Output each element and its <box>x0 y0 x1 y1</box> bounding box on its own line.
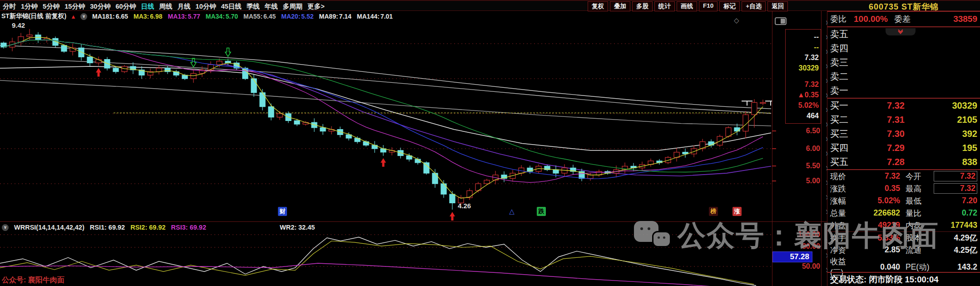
toolbar-button[interactable]: F10 <box>699 1 718 11</box>
toolbar-button[interactable]: 返回 <box>767 1 788 11</box>
ma-value: MA55:6.45 <box>243 13 276 20</box>
toolbar-button[interactable]: 叠加 <box>610 1 630 11</box>
svg-text:4.26: 4.26 <box>458 202 471 210</box>
ma-value: MA34:5.70 <box>205 13 238 20</box>
indicator-axis-label: 80.00 <box>787 242 820 251</box>
mini-quote-value: 464 <box>786 110 821 121</box>
period-tab[interactable]: 60分钟 <box>115 2 136 11</box>
main-chart-header: ST新华锦(日线 前复权) ▲ ∨ MA181:6.65MA3:6.98MA13… <box>0 11 772 21</box>
stat-row: 净资2.85 流通4.25亿 <box>827 244 980 256</box>
price-axis-label: 6.50 <box>787 127 820 135</box>
stat-row: 总量226682 量比0.72 <box>827 207 980 219</box>
stat-row: 涨跌0.35 最高7.32 <box>827 182 980 195</box>
mini-quote-value: -- <box>786 31 821 42</box>
sell-order-row[interactable]: 卖二 <box>827 70 980 84</box>
buy-orders: 买一7.3230329 买二7.312105 买三7.30392 买四7.291… <box>827 99 980 169</box>
diamond-icon[interactable]: ◇ <box>734 16 739 25</box>
indicator-header: ∨ WRRSI(14,14,14,42,42) RSI1: 69.92RSI2:… <box>0 222 772 232</box>
indicator-value: RSI2: 69.92 <box>130 224 165 231</box>
indicator-axis-label: 50.00 <box>787 262 820 271</box>
period-tabs: 分时1分钟5分钟15分钟30分钟60分钟日线周线月线10分钟45日线季线年线多周… <box>3 2 325 11</box>
event-marker[interactable]: △ <box>507 207 516 216</box>
order-queue-strip[interactable]: 卖卖卖卖卖卖卖卖卖卖买买买买买买买买 <box>821 11 827 286</box>
expand-orderbook-tab[interactable] <box>886 28 916 35</box>
period-tab[interactable]: 分时 <box>3 2 16 11</box>
buy-order-row[interactable]: 买一7.3230329 <box>827 99 980 113</box>
mini-quote-value: -- <box>786 42 821 52</box>
period-tab[interactable]: 日线 <box>141 2 154 11</box>
split-window-icon[interactable] <box>775 17 787 25</box>
period-tab[interactable]: 月线 <box>178 2 191 11</box>
ma-value: MA20:5.52 <box>280 13 313 20</box>
wr2-value: WR2: 32.45 <box>280 224 315 231</box>
mini-quote-value: 5.02% <box>786 100 821 110</box>
sell-order-row[interactable]: 卖四 <box>827 41 980 55</box>
sell-orders: 卖五 卖四 卖三 卖二 卖一 <box>827 27 980 98</box>
toolbar-button[interactable]: 多股 <box>632 1 653 11</box>
event-marker[interactable]: 跌 <box>537 207 546 216</box>
ma-value: MA3:6.98 <box>133 13 162 20</box>
period-tab[interactable]: 更多> <box>307 2 324 11</box>
sell-order-row[interactable]: 卖一 <box>827 84 980 98</box>
mini-quote-box: ----7.32303297.32▲0.355.02%464 <box>785 29 821 124</box>
period-tab[interactable]: 5分钟 <box>43 2 59 11</box>
panel-divider[interactable] <box>0 221 827 222</box>
ma-value: MA181:6.65 <box>91 13 128 20</box>
buy-order-row[interactable]: 买二7.312105 <box>827 113 980 127</box>
period-tab[interactable]: 多周期 <box>283 2 303 11</box>
price-axis-label: 5.50 <box>787 162 820 170</box>
indicator-chart[interactable] <box>0 233 772 286</box>
buy-order-row[interactable]: 买四7.29195 <box>827 141 980 155</box>
mini-quote-value: 7.32 <box>786 79 821 90</box>
indicator-values: RSI1: 69.92RSI2: 69.92RSI3: 69.92 <box>90 224 206 231</box>
toolbar-button[interactable]: 画线 <box>677 1 697 11</box>
indicator-formula: WRRSI(14,14,14,42,42) <box>14 224 84 231</box>
top-menu-bar: 分时1分钟5分钟15分钟30分钟60分钟日线周线月线10分钟45日线季线年线多周… <box>0 0 980 11</box>
ma-values: MA181:6.65MA3:6.98MA13:5.77MA34:5.70MA55… <box>91 13 393 20</box>
stat-row: 涨幅5.02% 最低7.20 <box>827 195 980 207</box>
indicator-value: RSI3: 69.92 <box>171 224 206 231</box>
weicha-value: 33859 <box>953 14 977 24</box>
toolbar-button[interactable]: +自选 <box>742 1 766 11</box>
up-arrow-icon: ▲ <box>70 13 76 20</box>
period-tab[interactable]: 45日线 <box>221 2 242 11</box>
chart-name-label: ST新华锦(日线 前复权) <box>1 12 66 20</box>
ma-value: MA13:5.77 <box>167 13 200 20</box>
event-marker[interactable]: 涨 <box>733 207 742 216</box>
toolbar-button[interactable]: 标记 <box>719 1 740 11</box>
watermark-small: 公众号: 襄阳牛肉面 <box>2 276 64 285</box>
weibi-label: 委比 <box>830 14 846 25</box>
toolbar-button[interactable]: 复权 <box>588 1 608 11</box>
period-tab[interactable]: 季线 <box>247 2 260 11</box>
period-tab[interactable]: 周线 <box>159 2 173 11</box>
ma-value: MA89:7.14 <box>318 13 351 20</box>
period-tab[interactable]: 30分钟 <box>90 2 110 11</box>
stat-row: 收益(三)0.040 PE(动)143.2 <box>827 256 980 268</box>
collapse-chart-icon[interactable]: ∨ <box>80 13 87 20</box>
indicator-current-value-badge: 57.28 <box>772 251 812 262</box>
main-chart[interactable]: 9.424.26 <box>0 22 772 221</box>
price-axis-label: 6.00 <box>787 145 820 153</box>
weibi-value: 100.00% <box>854 14 888 24</box>
stat-row: 现价7.32 今开7.32 <box>827 170 980 182</box>
period-tab[interactable]: 1分钟 <box>21 2 38 11</box>
trading-status-bar: 交易状态: 闭市阶段 15:00:04 <box>827 272 980 286</box>
price-axis-label: 5.00 <box>787 177 820 185</box>
sell-order-row[interactable]: 卖三 <box>827 55 980 70</box>
stat-row: 外盘49239 内盘177443 <box>827 219 980 231</box>
buy-order-row[interactable]: 买三7.30392 <box>827 127 980 141</box>
mini-quote-value: 7.32 <box>786 52 821 63</box>
toolbar-button[interactable]: 统计 <box>654 1 675 11</box>
indicator-axis-label: 100.00 <box>787 231 820 239</box>
mini-quote-value: ▲0.35 <box>786 90 821 100</box>
collapse-indicator-icon[interactable]: ∨ <box>2 224 9 231</box>
period-tab[interactable]: 10分钟 <box>196 2 216 11</box>
event-marker[interactable]: 榜 <box>709 207 718 216</box>
period-tab[interactable]: 年线 <box>265 2 278 11</box>
period-tab[interactable]: 15分钟 <box>64 2 85 11</box>
axis-tick <box>772 166 776 166</box>
axis-tick <box>772 148 776 149</box>
event-marker[interactable]: 财 <box>278 207 287 216</box>
weicha-label: 委差 <box>894 14 911 25</box>
buy-order-row[interactable]: 买五7.28838 <box>827 155 980 169</box>
